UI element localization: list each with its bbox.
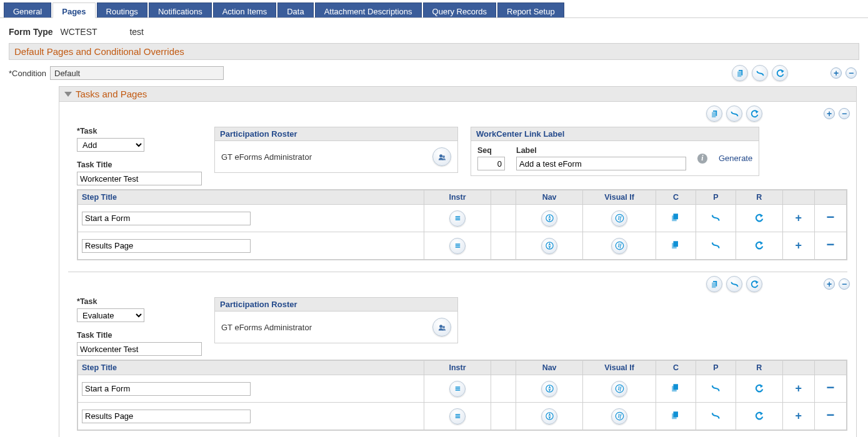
col-add: [782, 361, 814, 375]
task-title-input[interactable]: [77, 172, 202, 185]
roster-text: GT eForms Administrator: [221, 152, 312, 162]
visual-if-icon[interactable]: [611, 238, 627, 254]
step-title-input[interactable]: [82, 410, 251, 423]
undo-icon[interactable]: [753, 410, 766, 422]
task-toolbar: + −: [59, 102, 856, 122]
task-select[interactable]: Evaluate: [77, 308, 144, 322]
remove-task-button[interactable]: −: [839, 108, 850, 119]
curve-icon[interactable]: [752, 65, 768, 81]
step-title-input[interactable]: [82, 239, 251, 253]
seq-label: Seq: [477, 146, 505, 155]
condition-label: Condition: [9, 69, 46, 78]
col-del: [814, 361, 846, 375]
copy-icon[interactable]: [670, 382, 682, 395]
steps-grid: Step Title Instr Nav Visual If C P R +: [77, 360, 847, 431]
remove-step-button[interactable]: −: [826, 407, 834, 423]
copy-icon[interactable]: [706, 106, 722, 122]
curve-icon[interactable]: [710, 239, 722, 252]
curve-icon[interactable]: [710, 382, 722, 395]
form-type-code: WCTEST: [60, 27, 97, 37]
step-row: + −: [78, 232, 847, 260]
task-toolbar: + −: [59, 272, 856, 292]
undo-icon[interactable]: [753, 382, 766, 395]
form-type-row: Form Type WCTEST test: [9, 27, 859, 37]
undo-icon[interactable]: [753, 212, 766, 224]
instr-icon[interactable]: [449, 210, 466, 227]
col-blank: [491, 190, 516, 205]
add-step-button[interactable]: +: [795, 239, 802, 252]
curve-icon[interactable]: [710, 212, 722, 224]
visual-if-icon[interactable]: [611, 381, 627, 397]
copy-icon[interactable]: [670, 239, 682, 252]
add-step-button[interactable]: +: [795, 410, 802, 422]
instr-icon[interactable]: [449, 381, 466, 397]
collapse-icon[interactable]: [64, 92, 72, 97]
tab-action-items[interactable]: Action Items: [213, 2, 277, 17]
nav-icon[interactable]: [541, 408, 557, 425]
steps-grid: Step Title Instr Nav Visual If C P R +: [77, 189, 847, 260]
tab-notifications[interactable]: Notifications: [149, 2, 212, 17]
workcenter-group-title: WorkCenter Link Label: [471, 127, 759, 141]
undo-icon[interactable]: [746, 106, 762, 122]
curve-icon[interactable]: [726, 106, 742, 122]
task-select[interactable]: Add: [77, 138, 144, 152]
generate-link[interactable]: Generate: [719, 154, 752, 163]
visual-if-icon[interactable]: [611, 210, 627, 227]
col-nav: Nav: [516, 190, 583, 205]
remove-step-button[interactable]: −: [826, 209, 834, 225]
col-nav: Nav: [516, 361, 583, 375]
tab-pages[interactable]: Pages: [52, 2, 95, 18]
tab-report-setup[interactable]: Report Setup: [497, 2, 564, 17]
tab-routings[interactable]: Routings: [97, 2, 147, 17]
col-instr: Instr: [424, 361, 491, 375]
people-icon[interactable]: [432, 318, 451, 336]
copy-icon[interactable]: [706, 276, 722, 292]
curve-icon[interactable]: [710, 410, 722, 422]
roster-group-title: Participation Roster: [215, 298, 457, 312]
form-type-desc: test: [129, 27, 144, 37]
add-task-button[interactable]: +: [824, 278, 835, 290]
condition-row: Condition Default + −: [9, 60, 859, 86]
undo-icon[interactable]: [753, 239, 766, 252]
nav-icon[interactable]: [541, 381, 557, 397]
tasks-section-header[interactable]: Tasks and Pages: [59, 87, 856, 102]
add-condition-button[interactable]: +: [831, 67, 842, 79]
visual-if-icon[interactable]: [611, 408, 627, 425]
col-p: P: [696, 190, 736, 205]
add-task-button[interactable]: +: [824, 108, 835, 119]
undo-icon[interactable]: [746, 276, 762, 292]
step-title-input[interactable]: [82, 212, 251, 225]
remove-condition-button[interactable]: −: [846, 67, 857, 79]
copy-icon[interactable]: [670, 410, 682, 422]
copy-icon[interactable]: [670, 212, 682, 224]
form-type-label: Form Type: [9, 27, 53, 37]
tab-data[interactable]: Data: [277, 2, 313, 17]
remove-step-button[interactable]: −: [826, 237, 834, 252]
nav-icon[interactable]: [541, 238, 557, 254]
remove-task-button[interactable]: −: [839, 278, 850, 290]
info-icon[interactable]: i: [697, 154, 707, 164]
roster-group-title: Participation Roster: [215, 127, 457, 141]
tab-attachment-descriptions[interactable]: Attachment Descriptions: [315, 2, 422, 17]
copy-icon[interactable]: [732, 65, 748, 81]
task-title-input[interactable]: [77, 342, 202, 356]
remove-step-button[interactable]: −: [826, 380, 834, 395]
task-row: Task Add Task Title Participation Roster…: [59, 122, 856, 187]
people-icon[interactable]: [432, 147, 451, 166]
condition-value[interactable]: Default: [50, 66, 224, 80]
col-c: C: [656, 190, 696, 205]
undo-icon[interactable]: [772, 65, 788, 81]
col-p: P: [696, 361, 736, 375]
add-step-button[interactable]: +: [795, 382, 802, 395]
instr-icon[interactable]: [449, 238, 466, 254]
label-label: Label: [516, 146, 686, 155]
tab-query-records[interactable]: Query Records: [423, 2, 496, 17]
tab-general[interactable]: General: [4, 2, 51, 17]
label-input[interactable]: [516, 157, 686, 170]
nav-icon[interactable]: [541, 210, 557, 227]
instr-icon[interactable]: [449, 408, 466, 425]
add-step-button[interactable]: +: [795, 212, 802, 224]
step-title-input[interactable]: [82, 382, 251, 396]
curve-icon[interactable]: [726, 276, 742, 292]
seq-input[interactable]: [477, 157, 505, 170]
